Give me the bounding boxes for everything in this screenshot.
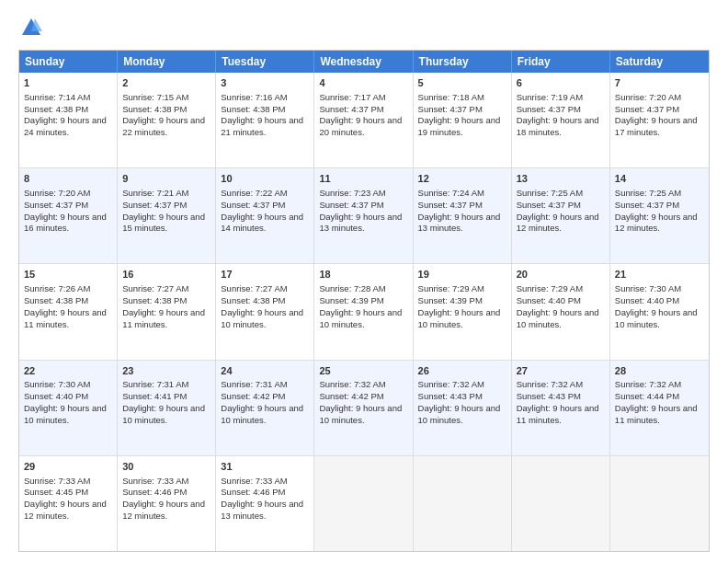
cal-cell-day-26: 26 Sunrise: 7:32 AM Sunset: 4:43 PM Dayl… (414, 361, 512, 455)
daylight-label: Daylight: 9 hours and 17 minutes. (615, 115, 698, 137)
sunrise-label: Sunrise: 7:28 AM (319, 283, 385, 293)
cal-cell-empty (610, 456, 709, 551)
daylight-label: Daylight: 9 hours and 10 minutes. (221, 403, 303, 425)
sunrise-label: Sunrise: 7:21 AM (122, 188, 188, 198)
sunrise-label: Sunrise: 7:20 AM (24, 188, 90, 198)
day-number: 29 (24, 460, 112, 474)
daylight-label: Daylight: 9 hours and 11 minutes. (615, 403, 698, 425)
sunset-label: Sunset: 4:44 PM (615, 391, 679, 401)
day-number: 10 (221, 172, 309, 186)
sunrise-label: Sunrise: 7:24 AM (418, 188, 484, 198)
cal-header-friday: Friday (512, 51, 610, 73)
sunrise-label: Sunrise: 7:30 AM (615, 283, 681, 293)
cal-cell-day-18: 18 Sunrise: 7:28 AM Sunset: 4:39 PM Dayl… (314, 264, 413, 359)
day-number: 2 (122, 76, 210, 90)
daylight-label: Daylight: 9 hours and 10 minutes. (24, 403, 107, 425)
daylight-label: Daylight: 9 hours and 10 minutes. (418, 307, 501, 329)
cal-cell-day-17: 17 Sunrise: 7:27 AM Sunset: 4:38 PM Dayl… (216, 264, 314, 359)
cal-cell-empty (414, 456, 512, 551)
cal-header-saturday: Saturday (610, 51, 709, 73)
sunset-label: Sunset: 4:41 PM (122, 391, 187, 401)
cal-cell-day-11: 11 Sunrise: 7:23 AM Sunset: 4:37 PM Dayl… (314, 168, 413, 263)
day-number: 28 (615, 364, 704, 378)
day-number: 9 (122, 172, 210, 186)
daylight-label: Daylight: 9 hours and 12 minutes. (517, 212, 599, 234)
daylight-label: Daylight: 9 hours and 19 minutes. (418, 115, 501, 137)
sunset-label: Sunset: 4:37 PM (418, 104, 483, 114)
sunrise-label: Sunrise: 7:17 AM (319, 92, 385, 102)
cal-cell-day-7: 7 Sunrise: 7:20 AM Sunset: 4:37 PM Dayli… (610, 73, 709, 167)
sunrise-label: Sunrise: 7:18 AM (418, 92, 484, 102)
day-number: 13 (517, 172, 605, 186)
day-number: 22 (24, 364, 112, 378)
sunrise-label: Sunrise: 7:33 AM (24, 476, 90, 486)
sunset-label: Sunset: 4:40 PM (615, 295, 679, 305)
daylight-label: Daylight: 9 hours and 24 minutes. (24, 115, 107, 137)
sunrise-label: Sunrise: 7:23 AM (319, 188, 385, 198)
cal-cell-day-30: 30 Sunrise: 7:33 AM Sunset: 4:46 PM Dayl… (118, 456, 216, 551)
cal-header-sunday: Sunday (19, 51, 118, 73)
daylight-label: Daylight: 9 hours and 21 minutes. (221, 115, 303, 137)
sunset-label: Sunset: 4:43 PM (418, 391, 483, 401)
header (18, 15, 710, 40)
sunrise-label: Sunrise: 7:15 AM (122, 92, 188, 102)
day-number: 6 (517, 76, 605, 90)
daylight-label: Daylight: 9 hours and 12 minutes. (615, 212, 698, 234)
sunset-label: Sunset: 4:40 PM (517, 295, 581, 305)
sunset-label: Sunset: 4:37 PM (221, 200, 285, 210)
day-number: 20 (517, 268, 605, 282)
cal-cell-day-24: 24 Sunrise: 7:31 AM Sunset: 4:42 PM Dayl… (216, 361, 314, 455)
day-number: 14 (615, 172, 704, 186)
sunset-label: Sunset: 4:38 PM (24, 295, 88, 305)
sunrise-label: Sunrise: 7:27 AM (221, 283, 287, 293)
cal-cell-day-19: 19 Sunrise: 7:29 AM Sunset: 4:39 PM Dayl… (414, 264, 512, 359)
sunrise-label: Sunrise: 7:20 AM (615, 92, 681, 102)
day-number: 18 (319, 268, 407, 282)
sunrise-label: Sunrise: 7:27 AM (122, 283, 188, 293)
sunset-label: Sunset: 4:37 PM (615, 104, 679, 114)
cal-cell-day-15: 15 Sunrise: 7:26 AM Sunset: 4:38 PM Dayl… (19, 264, 118, 359)
day-number: 27 (517, 364, 605, 378)
day-number: 23 (122, 364, 210, 378)
sunset-label: Sunset: 4:37 PM (418, 200, 483, 210)
daylight-label: Daylight: 9 hours and 10 minutes. (615, 307, 698, 329)
cal-cell-day-13: 13 Sunrise: 7:25 AM Sunset: 4:37 PM Dayl… (512, 168, 610, 263)
day-number: 3 (221, 76, 309, 90)
sunrise-label: Sunrise: 7:14 AM (24, 92, 90, 102)
cal-week-0: 1 Sunrise: 7:14 AM Sunset: 4:38 PM Dayli… (19, 73, 709, 167)
day-number: 31 (221, 460, 309, 474)
daylight-label: Daylight: 9 hours and 10 minutes. (517, 307, 599, 329)
day-number: 4 (319, 76, 407, 90)
day-number: 11 (319, 172, 407, 186)
calendar-body: 1 Sunrise: 7:14 AM Sunset: 4:38 PM Dayli… (19, 73, 709, 551)
sunset-label: Sunset: 4:37 PM (122, 200, 187, 210)
cal-cell-day-3: 3 Sunrise: 7:16 AM Sunset: 4:38 PM Dayli… (216, 73, 314, 167)
daylight-label: Daylight: 9 hours and 10 minutes. (418, 403, 501, 425)
cal-header-monday: Monday (118, 51, 216, 73)
cal-week-4: 29 Sunrise: 7:33 AM Sunset: 4:45 PM Dayl… (19, 455, 709, 551)
day-number: 17 (221, 268, 309, 282)
daylight-label: Daylight: 9 hours and 12 minutes. (122, 499, 205, 521)
cal-cell-day-21: 21 Sunrise: 7:30 AM Sunset: 4:40 PM Dayl… (610, 264, 709, 359)
sunset-label: Sunset: 4:38 PM (122, 104, 187, 114)
cal-cell-day-12: 12 Sunrise: 7:24 AM Sunset: 4:37 PM Dayl… (414, 168, 512, 263)
cal-cell-empty (314, 456, 413, 551)
sunrise-label: Sunrise: 7:31 AM (221, 379, 287, 389)
cal-cell-day-6: 6 Sunrise: 7:19 AM Sunset: 4:37 PM Dayli… (512, 73, 610, 167)
day-number: 19 (418, 268, 506, 282)
sunset-label: Sunset: 4:42 PM (221, 391, 285, 401)
daylight-label: Daylight: 9 hours and 10 minutes. (319, 403, 402, 425)
cal-cell-day-22: 22 Sunrise: 7:30 AM Sunset: 4:40 PM Dayl… (19, 361, 118, 455)
day-number: 1 (24, 76, 112, 90)
cal-cell-day-16: 16 Sunrise: 7:27 AM Sunset: 4:38 PM Dayl… (118, 264, 216, 359)
sunset-label: Sunset: 4:37 PM (517, 104, 581, 114)
cal-cell-day-8: 8 Sunrise: 7:20 AM Sunset: 4:37 PM Dayli… (19, 168, 118, 263)
sunrise-label: Sunrise: 7:31 AM (122, 379, 188, 389)
daylight-label: Daylight: 9 hours and 15 minutes. (122, 212, 205, 234)
day-number: 30 (122, 460, 210, 474)
cal-cell-day-14: 14 Sunrise: 7:25 AM Sunset: 4:37 PM Dayl… (610, 168, 709, 263)
day-number: 26 (418, 364, 506, 378)
logo-icon (18, 15, 44, 40)
calendar: SundayMondayTuesdayWednesdayThursdayFrid… (18, 50, 710, 552)
sunset-label: Sunset: 4:39 PM (319, 295, 383, 305)
